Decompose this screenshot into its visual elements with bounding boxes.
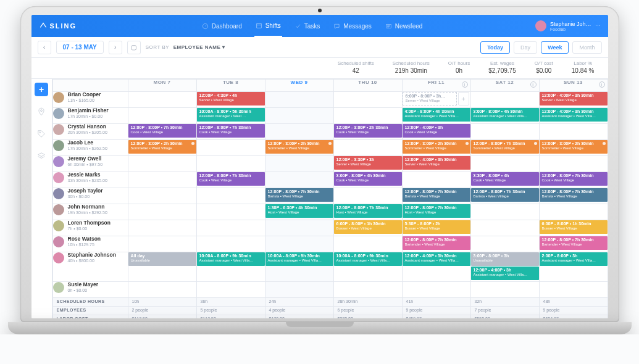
day-cell[interactable] <box>128 108 196 124</box>
day-cell[interactable]: 12:00P - 8:00P • 7h 30minBarista • West … <box>402 188 470 204</box>
day-cell[interactable] <box>265 220 333 236</box>
shift-block[interactable]: 12:00P - 4:00P • 3hAssistant manager • W… <box>471 267 539 280</box>
day-cell[interactable]: 12:00P - 8:00P • 7h 30minBarista • West … <box>539 188 608 204</box>
day-cell[interactable]: 3:00P - 8:00P • 4h 30minAssistant manage… <box>470 108 539 124</box>
day-cell[interactable]: 10:00A - 8:00P • 9h 30minAssistant manag… <box>196 252 265 282</box>
day-cell[interactable]: 12:00P - 3:00P • 2h 30minSommelier • Wes… <box>265 140 333 156</box>
day-cell[interactable] <box>196 156 265 172</box>
employee-name-cell[interactable]: Joseph Taylor30h • $0.00 <box>52 188 128 204</box>
shift-block[interactable]: 12:00P - 4:00P • 3h 30minAssistant manag… <box>540 108 608 122</box>
shift-block[interactable]: 10:00A - 8:00P • 5h 30minAssistant manag… <box>197 108 265 122</box>
day-cell[interactable]: 12:00P - 3:00P • 2h 30minSommelier • Wes… <box>539 140 608 156</box>
day-cell[interactable] <box>196 236 265 252</box>
day-cell[interactable] <box>128 282 196 298</box>
day-cell[interactable] <box>470 236 539 252</box>
day-cell[interactable]: 12:00P - 8:00P • 7h 30minCook • West Vil… <box>196 124 265 140</box>
shift-block[interactable]: 12:00P - 8:00P • 7h 30minSommelier • Wes… <box>471 140 539 154</box>
day-cell[interactable]: 12:00P - 8:00P • 7h 30minHost • West Vil… <box>333 204 402 220</box>
day-cell[interactable]: 6:00P - 8:00P • 3h…Server • West Village… <box>402 92 470 108</box>
day-cell[interactable] <box>196 220 265 236</box>
day-cell[interactable]: 10:00A - 8:00P • 9h 30minAssistant manag… <box>333 252 402 282</box>
day-cell[interactable]: 10:00A - 8:00P • 9h 30minAssistant manag… <box>265 252 333 282</box>
day-cell[interactable] <box>128 220 196 236</box>
month-view-button[interactable]: Month <box>572 41 601 54</box>
employee-name-cell[interactable]: Benjamin Fisher17h 30min • $0.00 <box>52 108 128 124</box>
role-filter-button[interactable] <box>35 127 48 141</box>
day-cell[interactable]: 10:00A - 8:00P • 5h 30minAssistant manag… <box>196 108 265 124</box>
day-cell[interactable] <box>333 188 402 204</box>
shift-block[interactable]: 12:00P - 8:00P • 7h 30minCook • West Vil… <box>197 124 265 138</box>
shift-block[interactable]: 2:00P - 8:00P • 3hAssistant manager • We… <box>540 252 608 266</box>
day-cell[interactable] <box>333 236 402 252</box>
day-cell[interactable] <box>265 236 333 252</box>
sort-control[interactable]: SORT BY EMPLOYEE NAME ▾ <box>146 44 225 50</box>
day-cell[interactable]: 12:00P - 8:00P • 7h 30minBarista • West … <box>470 188 539 204</box>
shift-block[interactable]: 3:00P - 8:00P • 4h 30minCook • West Vill… <box>334 172 402 186</box>
day-header[interactable]: THU 10 <box>333 80 402 92</box>
shift-block[interactable]: 12:00P - 3:30P • 3hServer • West Village <box>334 156 402 170</box>
employee-name-cell[interactable]: Stephanie Johnson40h • $800.00 <box>52 252 128 282</box>
day-cell[interactable]: 12:00P - 4:00P • 3h 30minServer • West V… <box>402 156 470 172</box>
day-cell[interactable] <box>470 156 539 172</box>
day-cell[interactable]: 12:00P - 8:00P • 7h 30minBarista • West … <box>265 188 333 204</box>
shift-block[interactable]: 3:30P - 8:00P • 4hCook • West Village <box>471 172 539 186</box>
employee-name-cell[interactable]: Jessie Marks33h 30min • $235.00 <box>52 172 128 188</box>
employee-name-cell[interactable]: Crystal Hanson20h 30min • $205.00 <box>52 124 128 140</box>
day-cell[interactable] <box>333 140 402 156</box>
day-cell[interactable] <box>539 156 608 172</box>
day-cell[interactable] <box>196 188 265 204</box>
day-cell[interactable]: 6:00P - 8:00P • 1h 30minBusser • West Vi… <box>333 220 402 236</box>
date-range-picker[interactable]: 07 - 13 MAY <box>56 41 104 54</box>
day-cell[interactable] <box>333 282 402 298</box>
day-cell[interactable]: 12:00P - 4:00P • 3h 30minServer • West V… <box>539 92 608 108</box>
day-cell[interactable] <box>128 172 196 188</box>
day-cell[interactable]: 3:30P - 8:00P • 4hCook • West Village <box>470 172 539 188</box>
shift-block[interactable]: 4:00P - 8:00P • 4h 30minAssistant manage… <box>403 108 470 122</box>
day-cell[interactable] <box>128 92 196 108</box>
next-week-button[interactable]: › <box>109 41 122 54</box>
info-icon[interactable]: i <box>599 81 605 88</box>
day-cell[interactable] <box>196 282 265 298</box>
day-cell[interactable]: 12:00P - 8:00P • 7h 30minCook • West Vil… <box>539 172 608 188</box>
shift-block[interactable]: 12:00P - 8:00P • 7h 30minBarista • West … <box>265 188 333 202</box>
shift-block[interactable]: 12:00P - 8:00P • 7h 30minHost • West Vil… <box>403 204 470 218</box>
shift-block[interactable]: 12:00P - 8:00P • 7h 30minBartender • Wes… <box>540 236 608 250</box>
day-cell[interactable]: 12:00P - 3:00P • 2h 30minSommelier • Wes… <box>402 140 470 156</box>
employee-name-cell[interactable]: Rose Watson10h • $129.75 <box>52 236 128 252</box>
shift-block[interactable]: 1:30P - 6:30P • 4h 30minHost • West Vill… <box>265 204 333 218</box>
day-cell[interactable] <box>128 236 196 252</box>
employee-name-cell[interactable]: Jacob Lee17h 30min • $262.50 <box>52 140 128 156</box>
shift-block[interactable]: 12:00P - 4:00P • 3hCook • West Village <box>403 124 470 138</box>
employee-name-cell[interactable]: John Normann19h 30min • $292.50 <box>52 204 128 220</box>
day-cell[interactable] <box>470 282 539 298</box>
shift-block[interactable]: 10:00A - 8:00P • 9h 30minAssistant manag… <box>334 252 402 266</box>
shift-block[interactable]: 12:00P - 3:00P • 2h 30minSommelier • Wes… <box>403 140 470 154</box>
shift-block[interactable]: 5:30P - 8:00P • 2hBusser • West Village <box>403 220 470 234</box>
shift-block[interactable]: 12:00P - 4:00P • 3h 30minServer • West V… <box>540 92 608 105</box>
day-cell[interactable]: 12:00P - 4:00P • 3hCook • West Village <box>402 124 470 140</box>
shift-block[interactable]: 12:00P - 8:00P • 7h 30minCook • West Vil… <box>540 172 608 186</box>
day-header[interactable]: TUE 8 <box>196 80 265 92</box>
day-cell[interactable] <box>265 282 333 298</box>
day-cell[interactable]: 1:30P - 6:30P • 4h 30minHost • West Vill… <box>265 204 333 220</box>
day-cell[interactable] <box>196 204 265 220</box>
day-cell[interactable]: 12:00P - 4:30P • 4hServer • West Village <box>196 92 265 108</box>
day-cell[interactable]: 3:00P - 8:00P • 3hUnavailable12:00P - 4:… <box>470 252 539 282</box>
brand-logo[interactable]: SLING <box>39 22 77 30</box>
day-cell[interactable]: 4:00P - 8:00P • 4h 30minAssistant manage… <box>402 108 470 124</box>
unassigned-filter-button[interactable] <box>35 149 48 163</box>
day-cell[interactable] <box>128 188 196 204</box>
day-cell[interactable] <box>539 204 608 220</box>
day-cell[interactable] <box>470 204 539 220</box>
day-cell[interactable] <box>128 204 196 220</box>
shift-block[interactable]: 12:00P - 8:00P • 7h 30minBarista • West … <box>403 188 470 202</box>
day-cell[interactable] <box>539 124 608 140</box>
location-filter-button[interactable] <box>35 105 48 118</box>
day-cell[interactable] <box>265 172 333 188</box>
nav-shifts[interactable]: Shifts <box>254 15 282 37</box>
day-cell[interactable]: All dayUnavailable <box>128 252 196 282</box>
day-cell[interactable]: 12:00P - 8:00P • 7h 30minSommelier • Wes… <box>470 140 539 156</box>
shift-block[interactable]: 12:00P - 8:00P • 7h 30minHost • West Vil… <box>334 204 402 218</box>
employee-name-cell[interactable]: Susie Mayer0h • $0.00 <box>52 282 128 298</box>
expand-button[interactable]: ▢ <box>127 41 141 54</box>
